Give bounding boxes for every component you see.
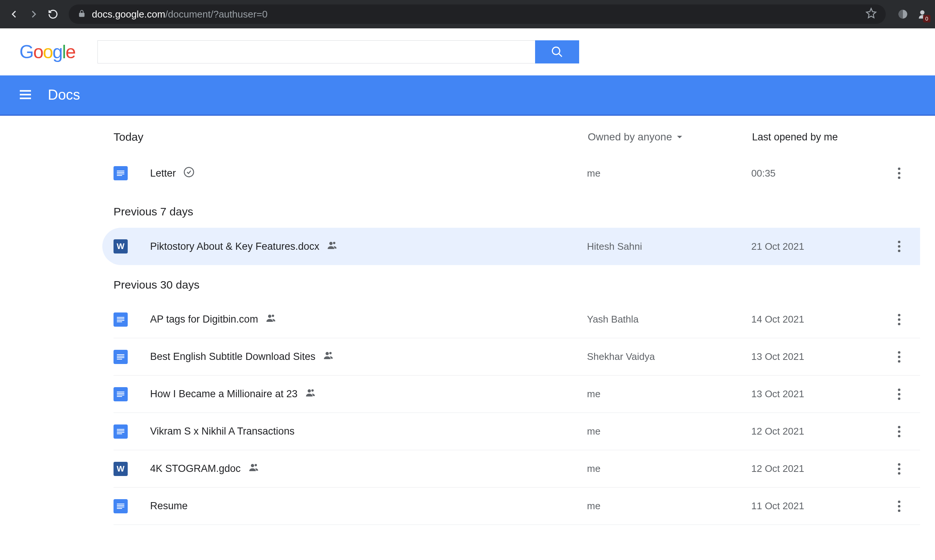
document-row[interactable]: Vikram S x Nikhil A Transactionsme12 Oct… [114, 413, 920, 450]
docs-appbar: Docs [0, 75, 935, 116]
svg-point-8 [898, 177, 901, 179]
document-name: AP tags for Digitbin.com [150, 312, 587, 326]
owned-by-filter[interactable]: Owned by anyone [588, 131, 752, 143]
svg-point-36 [898, 472, 901, 474]
shared-icon [323, 350, 334, 364]
docs-file-icon [114, 166, 128, 180]
document-row[interactable]: Resumeme11 Oct 2021 [114, 488, 920, 525]
document-row[interactable]: WPiktostory About & Key Features.docxHit… [102, 228, 920, 265]
offline-available-icon [183, 166, 195, 180]
hamburger-menu-button[interactable] [18, 87, 33, 103]
more-actions-button[interactable] [893, 388, 905, 400]
svg-point-38 [898, 505, 901, 508]
docs-list: TodayOwned by anyoneLast opened by meLet… [0, 116, 935, 525]
back-button[interactable] [6, 6, 22, 22]
svg-point-12 [898, 245, 901, 248]
search-box [97, 40, 579, 63]
google-header: Google [0, 28, 935, 75]
svg-point-25 [311, 389, 314, 392]
svg-point-33 [254, 464, 257, 466]
svg-point-16 [898, 314, 901, 316]
more-actions-button[interactable] [893, 167, 905, 179]
docs-file-icon [114, 387, 128, 402]
document-name: Best English Subtitle Download Sites [150, 350, 587, 364]
document-owner: me [587, 168, 751, 179]
document-row[interactable]: How I Became a Millionaire at 23me13 Oct… [114, 375, 920, 413]
section-title: Previous 7 days [114, 192, 935, 228]
more-actions-button[interactable] [893, 500, 905, 512]
document-owner: me [587, 500, 751, 512]
document-name: Vikram S x Nikhil A Transactions [150, 426, 587, 437]
svg-rect-4 [20, 97, 31, 99]
document-name: Piktostory About & Key Features.docx [150, 240, 587, 254]
more-actions-button[interactable] [893, 463, 905, 475]
forward-button[interactable] [25, 6, 42, 22]
shared-icon [248, 462, 260, 475]
search-button[interactable] [535, 40, 579, 63]
search-input[interactable] [97, 40, 535, 63]
document-name: How I Became a Millionaire at 23 [150, 387, 587, 401]
document-row[interactable]: AP tags for Digitbin.comYash Bathla14 Oc… [114, 301, 920, 338]
document-owner: Hitesh Sahni [587, 241, 751, 252]
svg-point-28 [898, 397, 901, 400]
docs-title: Docs [48, 87, 80, 103]
document-date: 12 Oct 2021 [751, 463, 893, 474]
more-actions-button[interactable] [893, 240, 905, 252]
svg-point-20 [329, 352, 332, 354]
section-title: Previous 30 days [114, 265, 935, 301]
docs-file-icon [114, 499, 128, 513]
svg-point-34 [898, 463, 901, 466]
svg-point-21 [898, 351, 901, 354]
document-name: Resume [150, 500, 587, 512]
svg-point-29 [898, 426, 901, 428]
document-row[interactable]: Letterme00:35 [114, 155, 920, 192]
document-owner: Yash Bathla [587, 314, 751, 325]
document-date: 12 Oct 2021 [751, 426, 893, 437]
document-row[interactable]: Best English Subtitle Download SitesShek… [114, 338, 920, 375]
reload-button[interactable] [45, 6, 61, 22]
extension-icon-1[interactable] [896, 8, 910, 21]
svg-point-14 [268, 315, 271, 318]
lock-icon [78, 9, 86, 20]
more-actions-button[interactable] [893, 351, 905, 363]
shared-icon [305, 387, 316, 401]
google-logo[interactable]: Google [19, 41, 75, 63]
svg-point-31 [898, 435, 901, 437]
document-date: 11 Oct 2021 [751, 500, 893, 512]
svg-point-27 [898, 393, 901, 395]
document-owner: me [587, 426, 751, 437]
browser-toolbar: docs.google.com/document/?authuser=0 0 [0, 0, 935, 28]
svg-point-5 [185, 167, 194, 177]
svg-point-11 [898, 241, 901, 243]
svg-point-24 [308, 389, 311, 393]
svg-point-1 [920, 11, 924, 15]
svg-point-6 [898, 168, 901, 170]
list-header-row: TodayOwned by anyoneLast opened by me [114, 131, 920, 155]
word-file-icon: W [114, 462, 128, 476]
document-row[interactable]: W4K STOGRAM.gdocme12 Oct 2021 [114, 450, 920, 488]
docs-file-icon [114, 312, 128, 327]
chevron-down-icon [676, 133, 683, 141]
document-name: 4K STOGRAM.gdoc [150, 462, 587, 475]
document-name: Letter [150, 166, 587, 180]
more-actions-button[interactable] [893, 426, 905, 437]
extension-badge: 0 [923, 15, 930, 22]
svg-point-26 [898, 388, 901, 391]
svg-point-9 [329, 242, 333, 245]
address-bar[interactable]: docs.google.com/document/?authuser=0 [69, 5, 886, 24]
document-date: 00:35 [751, 168, 893, 179]
docs-file-icon [114, 425, 128, 438]
shared-icon [327, 240, 338, 254]
document-date: 21 Oct 2021 [751, 241, 893, 252]
last-opened-header[interactable]: Last opened by me [752, 131, 838, 143]
bookmark-star-icon[interactable] [866, 8, 877, 21]
svg-point-15 [272, 315, 274, 317]
more-actions-button[interactable] [893, 314, 905, 326]
svg-point-23 [898, 360, 901, 363]
svg-point-22 [898, 355, 901, 358]
document-owner: Shekhar Vaidya [587, 351, 751, 363]
extension-icon-2[interactable]: 0 [916, 8, 929, 21]
svg-point-10 [333, 242, 335, 244]
svg-point-7 [898, 172, 901, 175]
url-host: docs.google.com [92, 9, 165, 20]
